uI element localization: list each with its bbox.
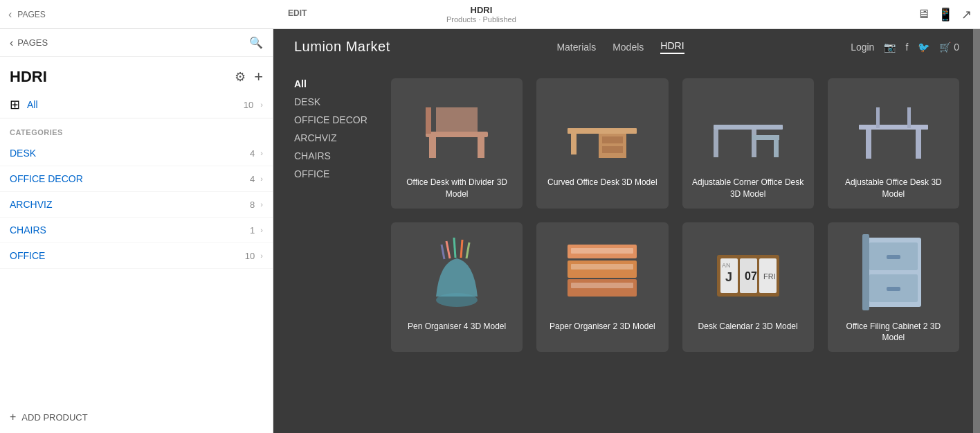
monitor-icon[interactable]: 🖥 (917, 7, 929, 21)
add-product-button[interactable]: + ADD PRODUCT (0, 401, 273, 433)
product-card-desk4[interactable]: Adjustable Office Desk 3D Model (828, 78, 959, 209)
add-product-plus-icon: + (10, 411, 16, 423)
category-chevron-icon: › (260, 226, 263, 234)
category-chevron-icon: › (260, 149, 263, 157)
login-link[interactable]: Login (851, 42, 874, 53)
svg-rect-8 (602, 136, 623, 143)
svg-rect-15 (859, 125, 928, 130)
all-category-row[interactable]: ⊞ All 10 › (0, 91, 273, 118)
category-name: ARCHVIZ (10, 199, 52, 210)
edit-section: ‹ PAGES (8, 8, 46, 21)
expand-icon[interactable]: ↗ (961, 7, 972, 22)
page-title-section: HDRI ⚙ + (0, 57, 273, 91)
svg-rect-17 (916, 130, 921, 159)
category-name: OFFICE (10, 250, 45, 261)
preview-cat-chairs[interactable]: CHAIRS (294, 150, 377, 161)
top-right: 🖥 📱 ↗ (917, 7, 972, 22)
category-name: CHAIRS (10, 224, 46, 236)
nav-right: Login 📷 f 🐦 🛒 0 (851, 42, 959, 53)
preview-pane: Lumion Market MaterialsModelsHDRI Login … (273, 29, 980, 433)
chevron-left-icon[interactable]: ‹ (8, 8, 12, 21)
svg-rect-44 (887, 287, 900, 291)
add-product-label: ADD PRODUCT (21, 412, 87, 423)
all-count: 10 (244, 100, 253, 110)
product-card-desk1[interactable]: Office Desk with Divider 3D Model (391, 78, 523, 209)
svg-rect-45 (862, 234, 869, 310)
svg-line-21 (446, 241, 450, 258)
svg-rect-6 (571, 134, 577, 154)
site-logo[interactable]: Lumion Market (294, 39, 390, 55)
pages-nav[interactable]: ‹ PAGES (10, 37, 48, 49)
product-image (545, 87, 660, 170)
product-card-pen[interactable]: Pen Organiser 4 3D Model (391, 222, 523, 353)
site-nav: Lumion Market MaterialsModelsHDRI Login … (273, 29, 980, 64)
svg-rect-3 (436, 107, 478, 134)
preview-cat-all[interactable]: All (294, 78, 377, 89)
product-card-paper[interactable]: Paper Organiser 2 3D Model (536, 222, 668, 353)
product-card-desk2[interactable]: Curved Office Desk 3D Model (536, 78, 668, 209)
pages-label-text: PAGES (17, 37, 48, 48)
gear-icon[interactable]: ⚙ (235, 69, 246, 85)
top-site-title: HDRI (446, 5, 516, 15)
product-name: Pen Organiser 4 3D Model (408, 321, 506, 333)
product-image (691, 87, 806, 170)
sidebar-category-office-decor[interactable]: OFFICE DECOR 4 › (0, 166, 273, 192)
facebook-icon[interactable]: f (905, 42, 908, 53)
preview-cat-desk[interactable]: DESK (294, 96, 377, 107)
cart-icon[interactable]: 🛒 0 (939, 42, 959, 53)
category-count: 8 (250, 200, 255, 210)
category-right: 8 › (250, 200, 263, 210)
category-list: DESK 4 › OFFICE DECOR 4 › ARCHVIZ 8 › CH… (0, 141, 273, 269)
sidebar-category-archviz[interactable]: ARCHVIZ 8 › (0, 192, 273, 218)
category-chevron-icon: › (260, 251, 263, 260)
all-chevron-icon: › (260, 100, 263, 109)
product-card-calendar[interactable]: J 07 FRI AN Desk Calendar 2 3D Model (682, 222, 814, 353)
nav-link-hdri[interactable]: HDRI (660, 40, 684, 54)
sidebar-header: ‹ PAGES 🔍 (0, 29, 273, 57)
twitter-icon[interactable]: 🐦 (918, 42, 929, 53)
product-card-desk3[interactable]: Adjustable Corner Office Desk 3D Model (682, 78, 814, 209)
svg-line-25 (442, 245, 444, 259)
category-name: OFFICE DECOR (10, 173, 83, 184)
product-image (399, 87, 514, 170)
category-count: 4 (250, 174, 255, 184)
page-title: HDRI (10, 68, 47, 86)
add-icon[interactable]: + (254, 68, 263, 86)
category-chevron-icon: › (260, 175, 263, 183)
svg-line-24 (466, 242, 469, 258)
category-count: 1 (250, 225, 255, 236)
instagram-icon[interactable]: 📷 (884, 42, 896, 53)
scrollbar[interactable] (973, 29, 980, 433)
product-image (836, 87, 951, 170)
product-name: Desk Calendar 2 3D Model (698, 321, 798, 333)
sidebar-category-desk[interactable]: DESK 4 › (0, 141, 273, 166)
nav-link-models[interactable]: Models (612, 42, 644, 53)
preview-cat-archviz[interactable]: ARCHVIZ (294, 132, 377, 143)
product-name: Office Filing Cabinet 2 3D Model (836, 321, 951, 344)
category-right: 4 › (250, 148, 263, 159)
product-card-filing[interactable]: Office Filing Cabinet 2 3D Model (828, 222, 959, 353)
nav-links: MaterialsModelsHDRI (556, 40, 684, 54)
preview-cat-office[interactable]: OFFICE (294, 168, 377, 179)
top-center: HDRI Products · Published (446, 5, 516, 24)
preview-frame: Lumion Market MaterialsModelsHDRI Login … (273, 29, 980, 433)
sidebar-category-office[interactable]: OFFICE 10 › (0, 243, 273, 269)
search-icon[interactable]: 🔍 (249, 36, 263, 49)
preview-cat-office-decor[interactable]: OFFICE DECOR (294, 114, 377, 125)
top-bar: ‹ PAGES HDRI Products · Published 🖥 📱 ↗ (0, 0, 980, 29)
svg-text:J: J (725, 270, 732, 284)
nav-link-materials[interactable]: Materials (556, 42, 596, 53)
category-right: 10 › (245, 251, 263, 261)
product-name: Office Desk with Divider 3D Model (399, 177, 514, 200)
svg-text:07: 07 (745, 270, 757, 282)
svg-rect-5 (568, 128, 637, 134)
sidebar-category-chairs[interactable]: CHAIRS 1 › (0, 218, 273, 243)
svg-rect-1 (429, 137, 436, 158)
category-right: 4 › (250, 174, 263, 184)
mobile-icon[interactable]: 📱 (938, 7, 953, 22)
product-image: J 07 FRI AN (691, 231, 806, 314)
svg-rect-11 (752, 130, 756, 157)
svg-rect-30 (571, 264, 633, 269)
product-image (399, 231, 514, 314)
edit-label: EDIT (288, 8, 307, 18)
